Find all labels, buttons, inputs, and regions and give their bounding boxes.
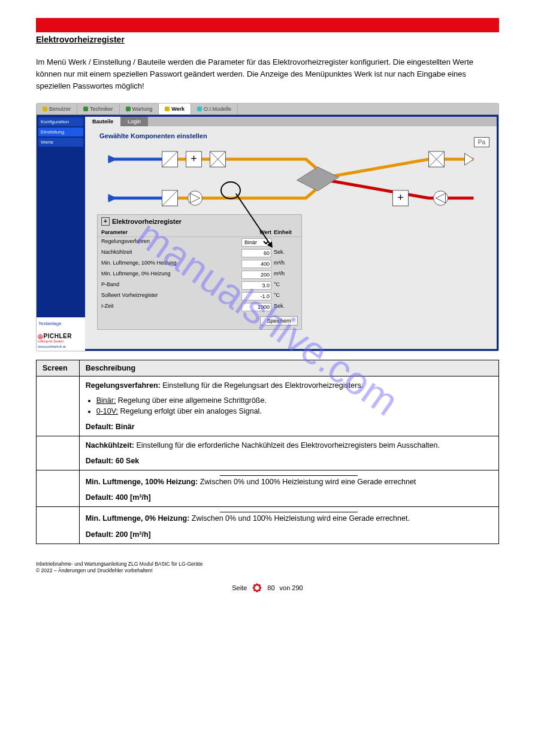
save-button[interactable]: Speichern <box>260 316 298 326</box>
svg-point-22 <box>259 587 262 589</box>
svg-point-27 <box>253 584 256 587</box>
param-input[interactable] <box>241 260 271 268</box>
svg-point-26 <box>253 587 255 589</box>
screen-cell <box>37 507 80 544</box>
svg-point-25 <box>253 589 256 591</box>
header-red-bar <box>36 18 499 32</box>
param-name: Regelungsverfahren <box>101 238 238 247</box>
page-label: Seite <box>232 584 247 591</box>
tab-werk[interactable]: Werk <box>159 104 191 114</box>
tab-wartung[interactable]: Wartung <box>120 104 159 114</box>
param-unit: Sek. <box>274 249 298 257</box>
testanlage-label: Testanlage <box>37 317 85 329</box>
param-panel-title: + Elektrovorheizregister <box>98 215 301 228</box>
tab-benutzer[interactable]: Benutzer <box>37 104 77 114</box>
description-table: Screen Beschreibung Regelungsverfahren: … <box>36 360 499 544</box>
sidebar: Konfiguration Einstellung Werte <box>37 115 85 317</box>
page-footer: Seite 80 von 290 <box>36 582 499 593</box>
param-input[interactable] <box>241 249 271 257</box>
param-name: Nachkühlzeit <box>101 249 238 257</box>
svg-point-24 <box>256 590 258 592</box>
page-of: von 290 <box>280 584 303 591</box>
param-input[interactable] <box>241 303 271 311</box>
param-row: NachkühlzeitSek. <box>98 248 301 259</box>
param-name: P-Band <box>101 281 238 290</box>
svg-point-29 <box>258 584 261 587</box>
brand-tagline: Lüftung mit System <box>38 339 84 343</box>
param-input[interactable] <box>241 292 271 300</box>
canvas-area: Bauteile Login Gewählte Komponenten eins… <box>85 115 498 351</box>
param-name: Min. Luftmenge, 0% Heizung <box>101 271 238 279</box>
outer-tabbar: Benutzer Techniker Wartung Werk O.I.Mode… <box>37 104 498 115</box>
param-row: P-Band°C <box>98 280 301 291</box>
tab-ojmodelle[interactable]: O.I.Modelle <box>191 104 238 114</box>
sidebar-item-einstellung[interactable]: Einstellung <box>38 127 83 136</box>
brand-url: www.pichlerluft.at <box>38 345 84 348</box>
svg-marker-20 <box>108 155 117 163</box>
footnote: Inbetriebnahme- und Wartungsanleitung ZL… <box>36 561 499 574</box>
param-unit: °C <box>274 292 298 300</box>
desc-cell: Regelungsverfahren: Einstellung für die … <box>79 377 498 436</box>
svg-text:+: + <box>191 153 197 165</box>
svg-marker-21 <box>108 194 117 202</box>
param-panel: + Elektrovorheizregister Parameter Wert … <box>97 214 302 330</box>
param-unit: m³/h <box>274 260 298 268</box>
svg-point-23 <box>258 589 261 591</box>
intro-paragraph: Im Menü Werk / Einstellung / Bauteile we… <box>36 56 499 92</box>
page-number: 80 <box>267 584 274 591</box>
param-row: Min. Luftmenge, 0% Heizungm³/h <box>98 269 301 280</box>
brand-block: ◎PICHLER Lüftung mit System www.pichlerl… <box>37 329 85 351</box>
param-name: Min. Luftmenge, 100% Heizung <box>101 260 238 268</box>
th-beschreibung: Beschreibung <box>79 360 498 377</box>
col-einheit: Einheit <box>274 229 298 235</box>
inner-tab-bauteile[interactable]: Bauteile <box>85 117 120 126</box>
param-input[interactable] <box>241 281 271 290</box>
col-parameter: Parameter <box>101 229 238 235</box>
inner-tab-login[interactable]: Login <box>120 117 148 126</box>
screen-cell <box>37 436 80 470</box>
desc-cell: Min. Luftmenge, 100% Heizung: Zwischen 0… <box>79 470 498 507</box>
param-unit: °C <box>274 281 298 290</box>
svg-text:+: + <box>397 192 404 204</box>
pichler-logo: ◎PICHLER <box>38 333 84 339</box>
col-wert: Wert <box>238 229 274 235</box>
param-row: I-ZeitSek. <box>98 302 301 312</box>
param-row: Sollwert Vorheizregister°C <box>98 291 301 302</box>
desc-cell: Nachkühlzeit: Einstellung für die erford… <box>79 436 498 470</box>
ring-icon <box>252 582 262 593</box>
svg-marker-0 <box>297 167 339 191</box>
param-name: I-Zeit <box>101 303 238 311</box>
screen-cell <box>37 470 80 507</box>
expand-icon[interactable]: + <box>101 217 110 226</box>
sidebar-item-konfiguration[interactable]: Konfiguration <box>38 117 83 126</box>
inner-tabbar: Bauteile Login <box>85 117 497 126</box>
param-name: Sollwert Vorheizregister <box>101 292 238 300</box>
app-screenshot: Benutzer Techniker Wartung Werk O.I.Mode… <box>36 103 499 351</box>
hvac-schematic: + + <box>97 144 485 213</box>
sidebar-item-werte[interactable]: Werte <box>38 138 83 147</box>
param-unit <box>274 238 298 247</box>
param-unit: m³/h <box>274 271 298 279</box>
svg-point-28 <box>256 583 258 585</box>
param-input[interactable] <box>241 271 271 279</box>
desc-cell: Min. Luftmenge, 0% Heizung: Zwischen 0% … <box>79 507 498 544</box>
canvas-title: Gewählte Komponenten einstellen <box>85 126 497 144</box>
svg-marker-11 <box>465 153 474 165</box>
screen-cell <box>37 377 80 436</box>
section-title: Elektrovorheizregister <box>36 35 499 44</box>
th-screen: Screen <box>37 360 80 377</box>
tab-techniker[interactable]: Techniker <box>77 104 120 114</box>
param-row: Min. Luftmenge, 100% Heizungm³/h <box>98 259 301 269</box>
param-unit: Sek. <box>274 303 298 311</box>
